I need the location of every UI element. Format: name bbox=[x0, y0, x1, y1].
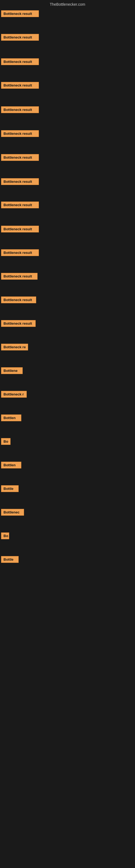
result-item-12: Bottleneck result bbox=[1, 271, 38, 282]
result-item-8: Bottleneck result bbox=[1, 177, 39, 188]
result-item-14: Bottleneck result bbox=[1, 318, 36, 330]
result-item-24: Bottle bbox=[1, 554, 18, 565]
bottleneck-label-2[interactable]: Bottleneck result bbox=[1, 34, 39, 41]
result-item-3: Bottleneck result bbox=[1, 57, 39, 68]
results-container: Bottleneck resultBottleneck resultBottle… bbox=[0, 9, 135, 823]
result-item-17: Bottleneck r bbox=[1, 389, 27, 400]
result-item-10: Bottleneck result bbox=[1, 224, 39, 235]
bottleneck-label-8[interactable]: Bottleneck result bbox=[1, 178, 39, 185]
bottleneck-label-5[interactable]: Bottleneck result bbox=[1, 106, 39, 113]
bottleneck-label-17[interactable]: Bottleneck r bbox=[1, 391, 27, 398]
page-wrapper: TheBottlenecker.com Bottleneck resultBot… bbox=[0, 0, 135, 868]
bottleneck-label-14[interactable]: Bottleneck result bbox=[1, 320, 36, 327]
bottleneck-label-22[interactable]: Bottlenec bbox=[1, 509, 24, 516]
result-item-1: Bottleneck result bbox=[1, 9, 39, 20]
bottleneck-label-18[interactable]: Bottlen bbox=[1, 414, 21, 421]
result-item-5: Bottleneck result bbox=[1, 105, 39, 116]
bottleneck-label-15[interactable]: Bottleneck re bbox=[1, 344, 28, 350]
bottleneck-label-23[interactable]: Bo bbox=[1, 532, 9, 539]
bottleneck-label-16[interactable]: Bottlene bbox=[1, 367, 23, 374]
bottleneck-label-6[interactable]: Bottleneck result bbox=[1, 130, 39, 137]
result-item-13: Bottleneck result bbox=[1, 295, 36, 306]
bottleneck-label-3[interactable]: Bottleneck result bbox=[1, 58, 39, 65]
result-item-6: Bottleneck result bbox=[1, 129, 39, 140]
result-item-20: Bottlen bbox=[1, 460, 21, 471]
site-title: TheBottlenecker.com bbox=[0, 0, 135, 9]
bottleneck-label-7[interactable]: Bottleneck result bbox=[1, 154, 39, 161]
result-item-22: Bottlenec bbox=[1, 507, 24, 518]
bottleneck-label-19[interactable]: Bo bbox=[1, 438, 10, 445]
result-item-16: Bottlene bbox=[1, 366, 23, 377]
bottleneck-label-21[interactable]: Bottle bbox=[1, 485, 18, 492]
bottleneck-label-20[interactable]: Bottlen bbox=[1, 462, 21, 468]
result-item-23: Bo bbox=[1, 531, 9, 542]
bottleneck-label-13[interactable]: Bottleneck result bbox=[1, 297, 36, 303]
bottleneck-label-12[interactable]: Bottleneck result bbox=[1, 273, 38, 280]
result-item-11: Bottleneck result bbox=[1, 248, 39, 259]
result-item-18: Bottlen bbox=[1, 413, 21, 424]
bottleneck-label-4[interactable]: Bottleneck result bbox=[1, 82, 39, 89]
bottleneck-label-9[interactable]: Bottleneck result bbox=[1, 202, 39, 208]
result-item-7: Bottleneck result bbox=[1, 152, 39, 163]
result-item-19: Bo bbox=[1, 436, 10, 447]
result-item-2: Bottleneck result bbox=[1, 32, 39, 43]
bottleneck-label-1[interactable]: Bottleneck result bbox=[1, 10, 39, 17]
result-item-4: Bottleneck result bbox=[1, 80, 39, 91]
bottleneck-label-10[interactable]: Bottleneck result bbox=[1, 226, 39, 232]
result-item-15: Bottleneck re bbox=[1, 342, 28, 353]
bottleneck-label-11[interactable]: Bottleneck result bbox=[1, 249, 39, 256]
result-item-9: Bottleneck result bbox=[1, 200, 39, 211]
result-item-21: Bottle bbox=[1, 484, 18, 495]
bottleneck-label-24[interactable]: Bottle bbox=[1, 556, 18, 563]
